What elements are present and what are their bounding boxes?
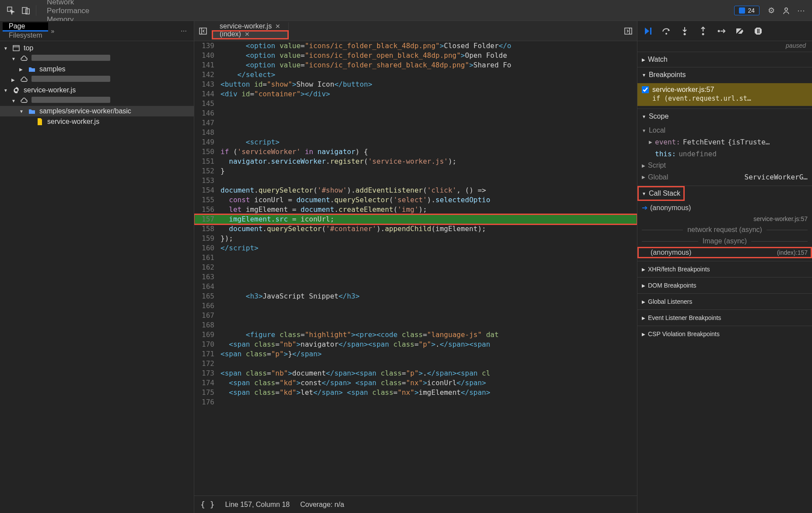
code-line[interactable]: 141 <option value="icons/ic_folder_share… [194, 60, 637, 70]
code-line[interactable]: 142 </select> [194, 70, 637, 80]
tree-row[interactable]: ▼ [0, 95, 194, 106]
line-number[interactable]: 145 [194, 99, 219, 109]
nav-tab-page[interactable]: Page [3, 22, 48, 32]
line-number[interactable]: 176 [194, 397, 219, 407]
debug-section[interactable]: ▶CSP Violation Breakpoints [637, 326, 812, 342]
line-number[interactable]: 144 [194, 89, 219, 99]
line-number[interactable]: 158 [194, 224, 219, 234]
line-number[interactable]: 141 [194, 60, 219, 70]
line-number[interactable]: 163 [194, 272, 219, 282]
code-line[interactable]: 168 [194, 320, 637, 330]
disclosure-arrow-icon[interactable]: ▼ [11, 56, 17, 61]
step-out-button[interactable] [697, 25, 709, 37]
code-line[interactable]: 163 [194, 272, 637, 282]
tree-row[interactable]: ▼top [0, 43, 194, 53]
top-tab-network[interactable]: Network [39, 0, 97, 7]
step-into-button[interactable] [679, 25, 691, 37]
disclosure-arrow-icon[interactable]: ▼ [4, 46, 9, 51]
code-line[interactable]: 139 <option value="icons/ic_folder_black… [194, 41, 637, 51]
line-number[interactable]: 159 [194, 234, 219, 243]
line-number[interactable]: 157 [194, 214, 219, 224]
line-number[interactable]: 150 [194, 147, 219, 157]
inspect-element-icon[interactable] [4, 3, 18, 18]
settings-gear-icon[interactable]: ⚙ [764, 3, 779, 18]
code-editor[interactable]: 139 <option value="icons/ic_folder_black… [194, 41, 637, 495]
tree-row[interactable]: ▼ [0, 53, 194, 64]
file-tab[interactable]: (index)✕ [212, 30, 289, 39]
line-number[interactable]: 173 [194, 369, 219, 378]
line-number[interactable]: 153 [194, 176, 219, 186]
line-number[interactable]: 167 [194, 311, 219, 320]
code-line[interactable]: 140 <option value="icons/ic_folder_open_… [194, 51, 637, 60]
line-number[interactable]: 170 [194, 340, 219, 349]
line-number[interactable]: 164 [194, 282, 219, 292]
debug-section[interactable]: ▶Global Listeners [637, 293, 812, 309]
step-button[interactable] [715, 25, 728, 37]
disclosure-arrow-icon[interactable]: ▼ [19, 109, 24, 114]
step-over-button[interactable] [660, 25, 672, 37]
pretty-print-icon[interactable]: { } [200, 500, 215, 509]
line-number[interactable]: 161 [194, 253, 219, 263]
line-number[interactable]: 143 [194, 80, 219, 89]
callstack-frame-bottom[interactable]: (anonymous) (index):157 [637, 247, 812, 258]
device-toggle-icon[interactable] [18, 3, 33, 18]
callstack-frame-top[interactable]: ➔ (anonymous) [637, 202, 812, 214]
code-line[interactable]: 144<div id="container"></div> [194, 89, 637, 99]
disclosure-arrow-icon[interactable]: ▶ [19, 67, 24, 72]
disclosure-arrow-icon[interactable]: ▼ [4, 88, 9, 93]
tree-row[interactable]: ▼service-worker.js [0, 85, 194, 95]
scope-script[interactable]: ▶Script [637, 160, 812, 171]
line-number[interactable]: 146 [194, 109, 219, 118]
code-line[interactable]: 159}); [194, 234, 637, 243]
deactivate-breakpoints-button[interactable] [734, 25, 746, 37]
line-number[interactable]: 168 [194, 320, 219, 330]
pause-exceptions-button[interactable] [752, 25, 764, 37]
line-number[interactable]: 165 [194, 292, 219, 301]
code-line[interactable]: 172 [194, 359, 637, 369]
issues-badge[interactable]: 24 [734, 6, 760, 15]
line-number[interactable]: 160 [194, 243, 219, 253]
resume-button[interactable] [642, 25, 654, 37]
code-line[interactable]: 152} [194, 166, 637, 176]
file-tab[interactable]: service-worker.js✕ [212, 22, 289, 30]
code-line[interactable]: 149 <script> [194, 137, 637, 147]
navigator-more-tabs[interactable]: » [51, 28, 54, 35]
debug-section[interactable]: ▶DOM Breakpoints [637, 277, 812, 293]
toggle-navigator-icon[interactable] [194, 27, 212, 35]
code-line[interactable]: 167 [194, 311, 637, 320]
close-tab-icon[interactable]: ✕ [275, 23, 280, 30]
account-icon[interactable] [779, 3, 794, 18]
watch-section[interactable]: ▶Watch [637, 52, 812, 67]
code-line[interactable]: 165 <h3>JavaScript Snippet</h3> [194, 292, 637, 301]
code-line[interactable]: 156 let imgElement = document.createElem… [194, 205, 637, 214]
code-line[interactable]: 173<span class="nb">document</span><span… [194, 369, 637, 378]
code-line[interactable]: 170 <span class="nb">navigator</span><sp… [194, 340, 637, 349]
code-line[interactable]: 169 <figure class="highlight"><pre><code… [194, 330, 637, 340]
line-number[interactable]: 154 [194, 186, 219, 195]
code-line[interactable]: 147 [194, 118, 637, 128]
code-line[interactable]: 162 [194, 263, 637, 272]
code-line[interactable]: 146 [194, 109, 637, 118]
code-line[interactable]: 155 const iconUrl = document.querySelect… [194, 195, 637, 205]
code-line[interactable]: 174 <span class="kd">const</span> <span … [194, 378, 637, 388]
top-tab-performance[interactable]: Performance [39, 7, 97, 15]
code-line[interactable]: 143<button id="show">Show Icon</button> [194, 80, 637, 89]
code-line[interactable]: 158 document.querySelector('#container')… [194, 224, 637, 234]
code-line[interactable]: 161 [194, 253, 637, 263]
tree-row[interactable]: ▼samples/service-worker/basic [0, 106, 194, 116]
line-number[interactable]: 155 [194, 195, 219, 205]
tree-row[interactable]: ▶ [0, 74, 194, 85]
line-number[interactable]: 149 [194, 137, 219, 147]
line-number[interactable]: 172 [194, 359, 219, 369]
nav-tab-filesystem[interactable]: Filesystem [3, 32, 48, 39]
line-number[interactable]: 174 [194, 378, 219, 388]
code-line[interactable]: 153 [194, 176, 637, 186]
toggle-debugger-icon[interactable] [620, 27, 637, 35]
line-number[interactable]: 166 [194, 301, 219, 311]
line-number[interactable]: 148 [194, 128, 219, 137]
breakpoints-section[interactable]: ▼Breakpoints [637, 67, 812, 82]
line-number[interactable]: 175 [194, 388, 219, 397]
line-number[interactable]: 156 [194, 205, 219, 214]
scope-var-event[interactable]: ▶ event: FetchEvent {isTruste… [637, 136, 812, 148]
breakpoint-checkbox[interactable] [642, 86, 649, 93]
